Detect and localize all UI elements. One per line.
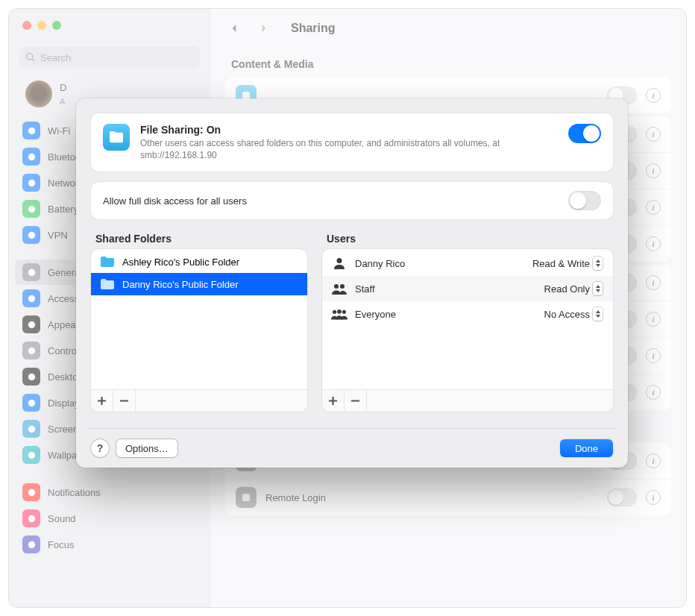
section-heading: Content & Media [210, 48, 686, 75]
full-disk-access-toggle[interactable] [568, 191, 601, 210]
svg-point-2 [28, 179, 34, 186]
info-icon[interactable]: i [646, 453, 661, 468]
forward-button[interactable] [255, 19, 273, 37]
file-sharing-subtitle: Other users can access shared folders on… [140, 137, 558, 161]
preference-toggle[interactable] [607, 488, 637, 506]
add-folder-button[interactable] [91, 390, 113, 412]
info-icon[interactable]: i [646, 127, 661, 142]
svg-point-30 [333, 310, 336, 314]
user-row[interactable]: StaffRead Only [322, 276, 613, 301]
user-icon [331, 282, 348, 295]
shared-folder-label: Ashley Rico's Public Folder [122, 257, 239, 268]
sidebar-item-icon [22, 174, 40, 192]
svg-point-28 [334, 284, 339, 289]
svg-point-32 [342, 310, 346, 314]
preference-row[interactable]: Remote Logini [225, 480, 671, 515]
shared-folder-row[interactable]: Ashley Rico's Public Folder [91, 251, 307, 273]
sidebar-item-icon [22, 483, 40, 501]
back-button[interactable] [225, 19, 243, 37]
shared-folder-row[interactable]: Danny Rico's Public Folder [91, 273, 307, 295]
info-icon[interactable]: i [646, 312, 661, 327]
remove-folder-button[interactable] [113, 390, 136, 412]
user-sub-preview: A [60, 97, 65, 106]
svg-point-1 [28, 153, 34, 160]
info-icon[interactable]: i [646, 348, 661, 363]
user-icon [331, 307, 348, 321]
shared-folders-list: Ashley Rico's Public FolderDanny Rico's … [91, 249, 307, 412]
folder-icon [100, 278, 115, 290]
preference-row-icon [236, 487, 257, 508]
user-row[interactable]: Danny RicoRead & Write [322, 251, 613, 276]
sidebar-item-sound[interactable]: Sound [15, 506, 204, 531]
sidebar-item-icon [22, 368, 40, 386]
sidebar-item-icon [22, 420, 40, 438]
permission-select[interactable]: Read Only [543, 281, 604, 296]
svg-point-4 [28, 231, 34, 238]
info-icon[interactable]: i [646, 275, 661, 290]
users-list: Danny RicoRead & WriteStaffRead OnlyEver… [322, 249, 613, 412]
search-placeholder: Search [40, 52, 71, 63]
shared-folder-label: Danny Rico's Public Folder [122, 279, 239, 290]
file-sharing-icon [103, 124, 130, 151]
sidebar-item-icon [22, 342, 40, 359]
search-input[interactable]: Search [19, 46, 200, 69]
add-user-button[interactable] [322, 390, 345, 412]
svg-point-14 [28, 515, 34, 521]
info-icon[interactable]: i [646, 385, 661, 400]
user-name-label: Everyone [355, 309, 535, 320]
svg-point-5 [28, 268, 34, 275]
svg-rect-26 [242, 494, 250, 501]
sidebar-item-icon [22, 509, 40, 527]
info-icon[interactable]: i [646, 236, 661, 251]
window-traffic-lights[interactable] [22, 21, 61, 30]
sidebar-item-label: Battery [48, 204, 78, 215]
stepper-icon [593, 307, 603, 321]
avatar [25, 81, 52, 107]
sidebar-item-icon [22, 394, 40, 412]
sidebar-item-label: VPN [48, 230, 68, 241]
permission-select[interactable]: Read & Write [531, 256, 604, 271]
user-name-label: Staff [355, 283, 535, 295]
sidebar-item-icon [22, 200, 40, 218]
sidebar-item-notifications[interactable]: Notifications [15, 480, 204, 505]
info-icon[interactable]: i [646, 490, 661, 505]
full-disk-access-label: Allow full disk access for all users [103, 195, 568, 207]
user-row[interactable]: EveryoneNo Access [322, 301, 613, 327]
file-sharing-toggle[interactable] [568, 124, 601, 143]
close-window-icon[interactable] [22, 21, 31, 30]
permission-value: Read Only [544, 283, 590, 295]
svg-point-9 [28, 373, 34, 380]
svg-point-8 [28, 347, 34, 353]
permission-select[interactable]: No Access [543, 307, 604, 321]
sidebar-item-icon [22, 263, 40, 281]
user-icon [331, 257, 348, 270]
zoom-window-icon[interactable] [52, 21, 61, 30]
sidebar-item-icon [22, 446, 40, 464]
info-icon[interactable]: i [646, 88, 661, 103]
info-icon[interactable]: i [646, 163, 661, 178]
file-sharing-sheet: File Sharing: On Other users can access … [76, 98, 628, 468]
minimize-window-icon[interactable] [37, 21, 46, 30]
sidebar-item-label: Wi-Fi [48, 125, 70, 136]
help-button[interactable]: ? [91, 439, 109, 457]
svg-point-31 [337, 309, 342, 314]
sidebar-item-icon [22, 315, 40, 333]
user-name-label: Danny Rico [355, 258, 523, 269]
permission-value: Read & Write [532, 258, 590, 269]
sidebar-item-icon [22, 226, 40, 244]
remove-user-button[interactable] [345, 390, 367, 412]
full-disk-access-card: Allow full disk access for all users [91, 182, 613, 219]
permission-value: No Access [544, 309, 590, 320]
options-button[interactable]: Options… [116, 439, 177, 457]
svg-point-27 [337, 258, 342, 263]
svg-point-13 [28, 488, 34, 495]
file-sharing-title: File Sharing: On [140, 124, 558, 136]
sidebar-item-focus[interactable]: Focus [15, 532, 204, 557]
svg-point-10 [28, 399, 34, 406]
svg-point-3 [28, 205, 34, 212]
info-icon[interactable]: i [646, 200, 661, 215]
sidebar-item-icon [22, 535, 40, 553]
sidebar-item-icon [22, 148, 40, 166]
page-title: Sharing [291, 22, 336, 35]
done-button[interactable]: Done [560, 439, 613, 457]
